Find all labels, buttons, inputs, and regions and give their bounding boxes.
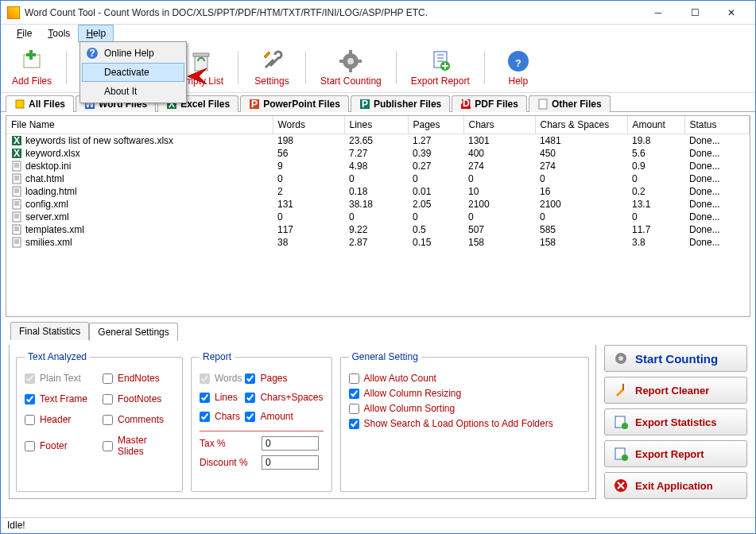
table-row[interactable]: server.xml000000Done... [6,211,750,223]
minimize-button[interactable]: ─ [641,2,676,24]
chk-column-sorting[interactable]: Allow Column Sorting [349,403,581,414]
file-icon [11,224,22,235]
col-chars-spaces[interactable]: Chars & Spaces [535,116,627,134]
window-title: Word Count Tool - Count Words in DOC/XLS… [25,7,641,18]
chk-auto-count[interactable]: Allow Auto Count [349,373,581,384]
svg-rect-37 [13,187,21,196]
tab-final-statistics[interactable]: Final Statistics [10,322,89,340]
tab-other-files[interactable]: Other Files [529,95,611,112]
svg-text:X: X [14,135,20,146]
col-status[interactable]: Status [684,116,750,134]
export-icon [428,48,453,74]
chk-chars[interactable]: Chars [200,411,242,422]
general-setting-group: General Setting Allow Auto Count Allow C… [340,351,590,492]
tab-pub-files[interactable]: PPublisher Files [351,95,450,112]
svg-point-48 [622,455,628,461]
table-row[interactable]: chat.html000000Done... [6,172,750,185]
chk-show-search[interactable]: Show Search & Load Options to Add Folder… [349,418,581,429]
chk-pages[interactable]: Pages [245,373,323,384]
col-lines[interactable]: Lines [344,116,408,134]
chk-header[interactable]: Header [25,414,96,425]
table-row[interactable]: config.xml13138.182.052100210013.1Done..… [6,198,750,211]
app-icon [7,6,20,19]
table-row[interactable]: templates.xml1179.220.550758511.7Done... [6,223,750,236]
menu-deactivate[interactable]: Deactivate [82,63,184,82]
menu-file[interactable]: File [9,25,40,42]
discount-input[interactable] [262,455,319,470]
add-files-button[interactable]: Add Files [7,45,56,90]
col-amount[interactable]: Amount [627,116,684,134]
export-statistics-button[interactable]: Export Statistics [604,408,747,435]
chk-text-frame[interactable]: Text Frame [25,393,96,404]
svg-rect-41 [13,238,21,247]
menu-about[interactable]: About It [82,82,184,101]
exit-application-button[interactable]: Exit Application [604,472,747,499]
settings-button[interactable]: Settings [248,45,296,90]
file-table[interactable]: File Name Words Lines Pages Chars Chars … [6,115,750,317]
file-icon [11,161,22,172]
annotation-arrow-icon [184,67,208,86]
menu-tools[interactable]: Tools [40,25,78,42]
export-icon [613,446,629,462]
chk-amount[interactable]: Amount [245,411,323,422]
svg-text:PDF: PDF [460,99,471,109]
start-counting-button[interactable]: Start Counting [316,45,386,90]
text-analyzed-group: Text Analyzed Plain Text EndNotes Text F… [16,351,183,492]
svg-text:?: ? [89,48,95,59]
add-files-icon [19,48,45,74]
chk-chars-spaces[interactable]: Chars+Spaces [245,392,323,403]
svg-rect-36 [13,174,21,184]
tools-icon [259,48,285,74]
table-row[interactable]: Xkeywords list of new softwares.xlsx1982… [6,134,750,148]
chk-column-resizing[interactable]: Allow Column Resizing [349,388,581,399]
maximize-button[interactable]: ☐ [677,2,712,24]
table-row[interactable]: loading.html20.180.0110160.2Done... [6,185,750,198]
col-chars[interactable]: Chars [463,116,535,134]
file-icon: X [11,148,22,159]
chk-plain-text[interactable]: Plain Text [25,373,96,384]
chk-endnotes[interactable]: EndNotes [103,373,174,384]
chk-comments[interactable]: Comments [103,414,174,425]
menu-help[interactable]: Help [78,25,114,42]
file-icon: X [11,135,22,146]
tab-general-settings[interactable]: General Settings [89,323,177,341]
table-row[interactable]: smilies.xml382.870.151581583.8Done... [6,236,750,249]
tax-input[interactable] [262,436,319,451]
col-pages[interactable]: Pages [408,116,463,134]
table-row[interactable]: desktop.ini94.980.272742740.9Done... [6,160,750,172]
col-words[interactable]: Words [273,116,344,134]
svg-text:X: X [14,148,20,159]
help-icon: ? [506,48,531,74]
export-report-big-button[interactable]: Export Report [604,440,747,467]
svg-rect-14 [357,60,362,63]
svg-rect-13 [339,60,344,63]
report-cleaner-button[interactable]: Report Cleaner [604,377,747,404]
tab-ppt-files[interactable]: PPowerPoint Files [240,95,349,112]
svg-text:P: P [251,99,258,110]
gear-icon [338,48,363,74]
file-icon [11,199,22,210]
help-icon: ? [85,46,99,60]
chk-master-slides[interactable]: Master Slides [103,435,174,457]
svg-rect-44 [622,384,624,390]
svg-point-43 [618,356,623,361]
svg-text:?: ? [515,58,521,69]
chk-footer[interactable]: Footer [25,435,96,457]
chk-words[interactable]: Words [200,373,242,384]
tab-pdf-files[interactable]: PDFPDF Files [452,95,527,112]
menu-online-help[interactable]: ? Online Help [82,44,184,63]
help-button[interactable]: ? Help [494,45,542,90]
chk-lines[interactable]: Lines [200,392,242,403]
tab-all-files[interactable]: All Files [6,95,74,112]
help-dropdown: ? Online Help Deactivate About It [79,41,187,103]
report-group: Report Words Pages Lines Chars+Spaces Ch… [191,351,332,492]
svg-text:P: P [362,99,368,110]
export-report-button[interactable]: Export Report [406,45,475,90]
svg-rect-4 [26,53,36,56]
chk-footnotes[interactable]: FootNotes [103,393,174,404]
col-filename[interactable]: File Name [6,116,273,134]
svg-point-10 [347,58,354,64]
start-counting-big-button[interactable]: Start Counting [604,345,747,372]
close-button[interactable]: ✕ [714,2,749,24]
table-row[interactable]: Xkeyword.xlsx567.270.394004505.6Done... [6,147,750,160]
